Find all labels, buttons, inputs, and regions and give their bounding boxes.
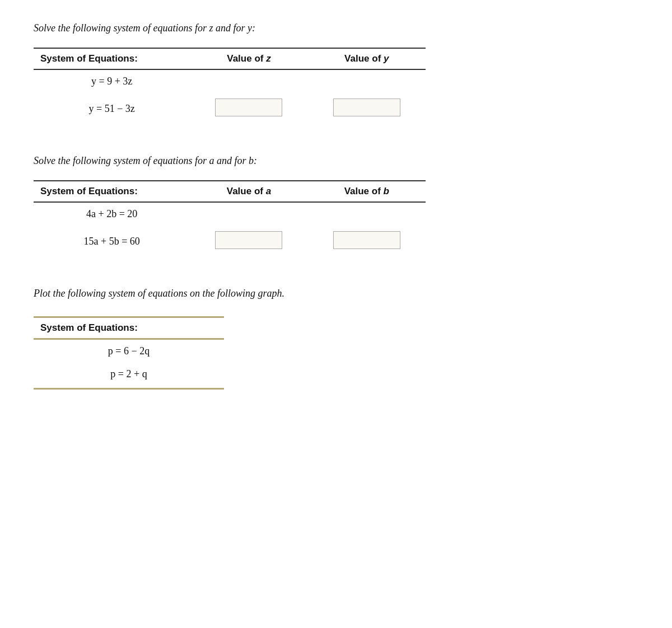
instruction-3: Plot the following system of equations o… — [34, 288, 638, 299]
col1-header-3: System of Equations: — [34, 317, 224, 339]
answer-input-a-2[interactable] — [215, 231, 282, 249]
section-3: Plot the following system of equations o… — [34, 288, 638, 390]
empty-cell — [308, 202, 426, 226]
answer-cell-z-1[interactable] — [190, 93, 307, 127]
empty-cell — [190, 202, 307, 226]
equation-cell: 15a + 5b = 60 — [34, 226, 190, 260]
table-row: 4a + 2b = 20 — [34, 202, 426, 226]
table-row: 15a + 5b = 60 — [34, 226, 426, 260]
equation-cell: y = 9 + 3z — [34, 69, 190, 93]
answer-input-y-1[interactable] — [333, 99, 400, 116]
answer-cell-y-1[interactable] — [308, 93, 426, 127]
empty-cell — [308, 69, 426, 93]
section-1: Solve the following system of equations … — [34, 22, 638, 127]
empty-cell — [190, 69, 307, 93]
col3-header-2: Value of b — [308, 181, 426, 202]
equation-cell: p = 6 − 2q — [34, 339, 224, 363]
answer-input-b-2[interactable] — [333, 231, 400, 249]
table-3: System of Equations: p = 6 − 2q p = 2 + … — [34, 316, 224, 390]
table-row: y = 51 − 3z — [34, 93, 426, 127]
col2-header-2: Value of a — [190, 181, 307, 202]
table-row: p = 6 − 2q — [34, 339, 224, 363]
table-2: System of Equations: Value of a Value of… — [34, 180, 426, 260]
col1-header-2: System of Equations: — [34, 181, 190, 202]
section-2: Solve the following system of equations … — [34, 155, 638, 260]
equation-cell: 4a + 2b = 20 — [34, 202, 190, 226]
instruction-2: Solve the following system of equations … — [34, 155, 638, 167]
col1-header-1: System of Equations: — [34, 48, 190, 69]
table-row: y = 9 + 3z — [34, 69, 426, 93]
table-row: p = 2 + q — [34, 363, 224, 389]
answer-cell-b-2[interactable] — [308, 226, 426, 260]
table-1: System of Equations: Value of z Value of… — [34, 48, 426, 127]
col3-header-1: Value of y — [308, 48, 426, 69]
answer-input-z-1[interactable] — [215, 99, 282, 116]
equation-cell: p = 2 + q — [34, 363, 224, 389]
answer-cell-a-2[interactable] — [190, 226, 307, 260]
col2-header-1: Value of z — [190, 48, 307, 69]
equation-cell: y = 51 − 3z — [34, 93, 190, 127]
instruction-1: Solve the following system of equations … — [34, 22, 638, 34]
